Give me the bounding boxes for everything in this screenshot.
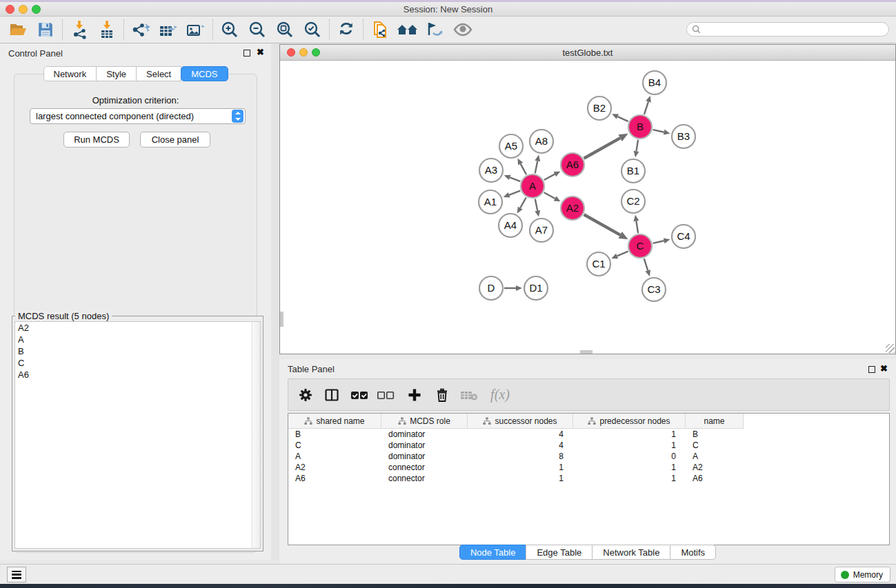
task-history-button[interactable] [7, 567, 26, 582]
vertical-scroll-thumb[interactable] [280, 312, 283, 327]
show-eye-button[interactable] [449, 19, 477, 41]
edge-A-A6[interactable] [544, 174, 555, 180]
tab-select[interactable]: Select [136, 66, 181, 81]
network-canvas[interactable]: B4B2BB3A8A5A6A3B1AC2A1A2A4A7C4CC1C3DD1 [280, 61, 895, 354]
table-settings-button[interactable] [294, 383, 317, 407]
cell-successor-nodes[interactable]: 1 [468, 462, 573, 473]
cell-predecessor-nodes[interactable]: 1 [573, 429, 686, 440]
toggle-graphics-details-button[interactable] [421, 19, 449, 41]
cell-MCDS-role[interactable]: connector [381, 462, 468, 473]
cell-predecessor-nodes[interactable]: 1 [573, 440, 686, 451]
cell-name[interactable]: B [686, 429, 744, 440]
table-row[interactable]: A2connector11A2 [288, 462, 889, 473]
deselect-all-columns-button[interactable] [374, 383, 397, 407]
graph-node-B2[interactable]: B2 [588, 97, 611, 120]
column-header-successor-nodes[interactable]: successor nodes [468, 414, 573, 429]
resize-grip[interactable] [886, 344, 895, 353]
save-session-button[interactable] [32, 19, 59, 41]
zoom-in-button[interactable] [216, 19, 243, 41]
edge-B-B3[interactable] [653, 130, 664, 132]
graph-node-D[interactable]: D [479, 276, 503, 300]
tab-node-table[interactable]: Node Table [459, 545, 527, 560]
edge-A-A1[interactable] [509, 191, 520, 195]
zoom-fit-button[interactable] [271, 19, 299, 41]
edge-A-A7[interactable] [535, 199, 537, 211]
edge-B-B1[interactable] [636, 140, 638, 152]
edge-A-A5[interactable] [521, 164, 526, 175]
tab-style[interactable]: Style [96, 66, 137, 81]
graph-node-A3[interactable]: A3 [479, 159, 503, 182]
tab-edge-table[interactable]: Edge Table [526, 545, 593, 560]
graph-node-A8[interactable]: A8 [530, 130, 553, 153]
edge-B-B2[interactable] [617, 116, 628, 121]
graph-node-A2[interactable]: A2 [561, 196, 584, 220]
apply-function-button[interactable]: f(x) [488, 383, 512, 407]
run-mcds-button[interactable]: Run MCDS [63, 132, 130, 148]
graph-node-A7[interactable]: A7 [530, 219, 553, 242]
column-header-shared-name[interactable]: shared name [288, 414, 381, 429]
mcds-result-item[interactable]: A [15, 334, 252, 345]
graph-node-A5[interactable]: A5 [499, 134, 523, 158]
refresh-button[interactable] [332, 19, 360, 41]
optimization-criterion-dropdown[interactable]: largest connected component (directed) [30, 108, 246, 124]
memory-button[interactable]: Memory [835, 567, 890, 582]
edge-C-C2[interactable] [636, 221, 638, 234]
select-all-columns-button[interactable] [348, 383, 371, 407]
edge-A2-C[interactable] [584, 214, 621, 235]
edge-C-C3[interactable] [644, 258, 648, 270]
open-file-button[interactable] [4, 19, 32, 41]
cell-shared-name[interactable]: A2 [288, 462, 381, 473]
export-network-button[interactable] [127, 19, 155, 41]
cell-shared-name[interactable]: C [288, 440, 381, 451]
import-network-button[interactable] [66, 19, 93, 41]
cell-shared-name[interactable]: B [288, 429, 381, 440]
graph-node-A1[interactable]: A1 [479, 190, 502, 214]
zoom-out-button[interactable] [243, 19, 271, 41]
graph-node-B[interactable]: B [628, 115, 652, 139]
mcds-result-item[interactable]: A2 [15, 322, 252, 334]
graph-node-B1[interactable]: B1 [621, 159, 645, 183]
graph-node-B4[interactable]: B4 [643, 71, 666, 94]
tab-network-table[interactable]: Network Table [592, 545, 670, 560]
edge-C-C4[interactable] [653, 241, 664, 243]
cell-name[interactable]: A6 [686, 473, 744, 484]
cell-MCDS-role[interactable]: dominator [381, 451, 468, 462]
table-panel-close-icon[interactable]: ✖ [880, 363, 888, 374]
graph-node-C[interactable]: C [628, 234, 652, 258]
edge-A-A3[interactable] [510, 177, 520, 181]
graph-node-C3[interactable]: C3 [642, 278, 666, 301]
graph-node-D1[interactable]: D1 [524, 276, 548, 300]
cell-successor-nodes[interactable]: 4 [468, 440, 573, 451]
table-row[interactable]: Bdominator41B [288, 429, 889, 440]
cell-predecessor-nodes[interactable]: 1 [573, 473, 686, 484]
zoom-selected-button[interactable] [299, 19, 326, 41]
create-column-button[interactable] [403, 383, 426, 407]
cell-MCDS-role[interactable]: dominator [381, 440, 468, 451]
close-panel-button[interactable]: Close panel [140, 132, 210, 148]
import-table-button[interactable] [93, 19, 121, 41]
graph-node-C2[interactable]: C2 [621, 190, 645, 213]
edge-A-A8[interactable] [535, 161, 538, 173]
tab-mcds[interactable]: MCDS [181, 66, 228, 81]
column-header-predecessor-nodes[interactable]: predecessor nodes [573, 414, 686, 429]
graph-node-B3[interactable]: B3 [672, 125, 695, 148]
edge-A-A4[interactable] [520, 198, 526, 208]
home-button[interactable] [394, 19, 421, 41]
graph-node-C4[interactable]: C4 [672, 225, 695, 248]
cell-name[interactable]: A [686, 451, 744, 462]
control-panel-float-icon[interactable] [243, 50, 250, 57]
edge-B-B4[interactable] [644, 102, 648, 114]
cell-MCDS-role[interactable]: dominator [381, 429, 468, 440]
column-header-name[interactable]: name [686, 414, 744, 429]
control-panel-close-icon[interactable]: ✖ [257, 47, 264, 58]
mcds-result-item[interactable]: B [15, 345, 252, 357]
edge-C-C1[interactable] [617, 252, 628, 256]
delete-table-button[interactable] [458, 383, 481, 407]
cell-successor-nodes[interactable]: 4 [468, 429, 573, 440]
column-browser-button[interactable] [320, 383, 344, 407]
mcds-result-item[interactable]: C [15, 357, 252, 369]
cell-predecessor-nodes[interactable]: 0 [573, 451, 686, 462]
tab-motifs[interactable]: Motifs [670, 545, 716, 560]
graph-node-A4[interactable]: A4 [499, 214, 522, 237]
delete-column-button[interactable] [430, 383, 454, 407]
